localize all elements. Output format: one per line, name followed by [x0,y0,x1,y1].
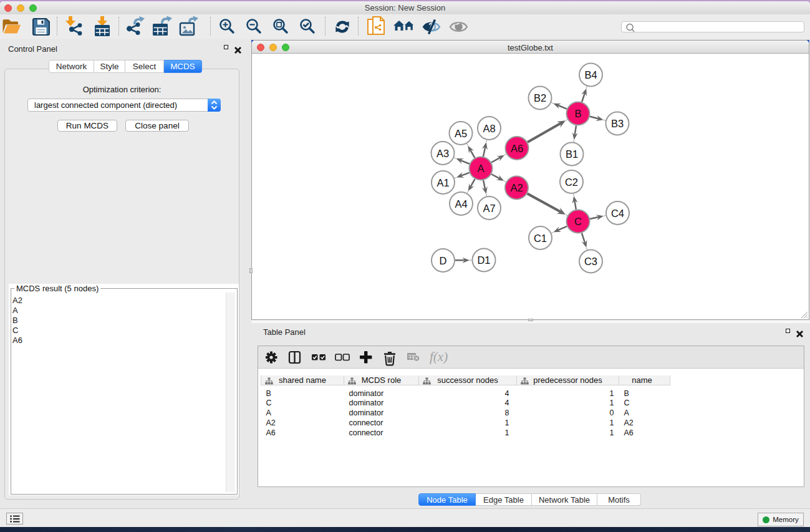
svg-text:D1: D1 [477,254,490,266]
svg-text:A8: A8 [483,123,495,134]
svg-text:A6: A6 [511,143,523,154]
svg-text:D: D [440,255,447,266]
svg-text:C4: C4 [611,208,624,219]
svg-text:A7: A7 [483,203,495,214]
svg-text:C1: C1 [534,233,547,244]
svg-text:B4: B4 [584,69,597,80]
svg-text:A2: A2 [510,182,523,193]
svg-text:A: A [477,163,484,174]
svg-text:A3: A3 [436,148,449,159]
svg-text:f(x): f(x) [430,349,448,364]
svg-text:B2: B2 [534,92,546,104]
svg-text:C2: C2 [565,177,578,188]
svg-text:A5: A5 [455,128,467,139]
svg-text:C: C [574,216,582,227]
svg-text:C3: C3 [584,256,597,267]
svg-text:B3: B3 [611,118,624,129]
svg-text:A4: A4 [455,198,467,210]
svg-text:A1: A1 [436,177,449,188]
svg-text:B1: B1 [566,148,578,160]
svg-text:B: B [574,108,581,119]
